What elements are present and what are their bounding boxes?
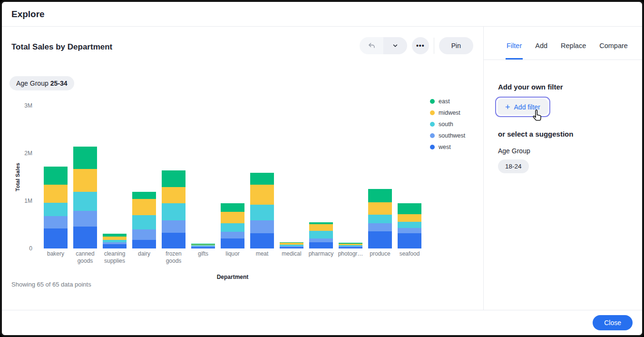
bar-segment-west[interactable]	[73, 227, 97, 248]
bar-pharmacy[interactable]	[309, 222, 333, 248]
bar-seafood[interactable]	[398, 203, 421, 248]
bar-segment-southwest[interactable]	[132, 229, 156, 240]
bar-segment-west[interactable]	[309, 242, 333, 248]
more-icon: •••	[416, 42, 425, 50]
legend-item-southwest[interactable]: southwest	[430, 131, 465, 139]
bar-photogr-[interactable]	[339, 243, 362, 248]
bar-gifts[interactable]	[191, 244, 215, 248]
bar-segment-south[interactable]	[368, 215, 392, 223]
bar-canned-goods[interactable]	[73, 147, 97, 248]
bar-segment-south[interactable]	[221, 223, 244, 232]
plot	[41, 106, 424, 248]
bar-segment-southwest[interactable]	[221, 232, 244, 238]
bar-liquor[interactable]	[221, 203, 244, 248]
bar-segment-south[interactable]	[73, 192, 97, 211]
page-title: Explore	[11, 9, 45, 20]
chart-card: Total Sales by Department •••	[2, 27, 483, 310]
bar-segment-west[interactable]	[280, 247, 303, 248]
bar-segment-east[interactable]	[368, 189, 392, 202]
bar-segment-west[interactable]	[103, 244, 127, 248]
legend-label: midwest	[439, 109, 460, 116]
bar-segment-southwest[interactable]	[44, 216, 68, 228]
legend-item-west[interactable]: west	[430, 143, 465, 151]
bar-segment-midwest[interactable]	[44, 185, 68, 203]
bar-segment-east[interactable]	[162, 170, 185, 187]
bar-segment-southwest[interactable]	[309, 238, 333, 242]
bar-segment-south[interactable]	[250, 205, 274, 220]
y-tick-1M: 1M	[24, 198, 32, 204]
x-label: photogr…	[336, 250, 365, 265]
more-options-button[interactable]: •••	[412, 37, 429, 54]
bar-segment-southwest[interactable]	[398, 228, 421, 233]
y-tick-2M: 2M	[24, 150, 32, 157]
bar-produce[interactable]	[368, 189, 392, 248]
bar-segment-east[interactable]	[221, 203, 244, 212]
legend-item-midwest[interactable]: midwest	[430, 109, 465, 117]
bar-segment-south[interactable]	[309, 231, 333, 238]
x-label: frozen goods	[159, 250, 188, 265]
bar-segment-west[interactable]	[132, 240, 156, 248]
bar-segment-south[interactable]	[132, 215, 156, 229]
bar-segment-south[interactable]	[398, 222, 421, 228]
x-label: bakery	[41, 250, 70, 265]
bar-segment-midwest[interactable]	[103, 237, 127, 240]
bar-segment-south[interactable]	[44, 203, 68, 216]
bar-segment-southwest[interactable]	[250, 220, 274, 233]
legend-item-south[interactable]: south	[430, 120, 465, 128]
legend-dot-east	[430, 99, 435, 104]
bar-segment-west[interactable]	[339, 247, 362, 248]
bar-segment-east[interactable]	[250, 173, 274, 185]
bar-segment-midwest[interactable]	[221, 212, 244, 223]
bar-segment-east[interactable]	[398, 203, 421, 214]
bar-segment-west[interactable]	[191, 247, 215, 248]
legend-item-east[interactable]: east	[430, 97, 465, 105]
bar-frozen-goods[interactable]	[162, 170, 185, 248]
bar-bakery[interactable]	[44, 167, 68, 248]
bar-segment-west[interactable]	[398, 233, 421, 248]
bar-dairy[interactable]	[132, 192, 156, 248]
legend-label: west	[439, 144, 451, 150]
bar-segment-west[interactable]	[44, 228, 68, 248]
bar-segment-east[interactable]	[132, 192, 156, 199]
tab-compare[interactable]: Compare	[598, 42, 629, 59]
bar-segment-southwest[interactable]	[368, 223, 392, 231]
bar-segment-midwest[interactable]	[73, 169, 97, 192]
undo-dropdown-button[interactable]	[383, 37, 407, 54]
bar-segment-midwest[interactable]	[250, 185, 274, 205]
y-axis-title: Total Sales	[15, 163, 20, 191]
x-label: seafood	[395, 250, 424, 265]
x-label: meat	[247, 250, 277, 265]
bar-segment-midwest[interactable]	[368, 202, 392, 215]
bar-segment-midwest[interactable]	[398, 214, 421, 222]
tab-add[interactable]: Add	[534, 42, 548, 59]
bar-segment-southwest[interactable]	[73, 211, 97, 227]
bar-segment-east[interactable]	[73, 147, 97, 169]
x-label: pharmacy	[306, 250, 336, 265]
bar-segment-west[interactable]	[221, 238, 244, 248]
undo-button[interactable]	[360, 37, 383, 54]
bar-segment-southwest[interactable]	[162, 220, 185, 233]
applied-filter-chip[interactable]: Age Group 25-34	[10, 76, 74, 90]
add-filter-button[interactable]: + Add filter	[498, 99, 548, 115]
bar-cleaning-supplies[interactable]	[103, 234, 127, 248]
legend-dot-south	[430, 122, 435, 127]
bar-segment-midwest[interactable]	[309, 224, 333, 231]
bar-segment-west[interactable]	[162, 233, 185, 248]
bar-segment-west[interactable]	[368, 231, 392, 248]
bar-segment-east[interactable]	[44, 167, 68, 185]
bar-segment-south[interactable]	[162, 203, 185, 220]
pin-button[interactable]: Pin	[439, 37, 473, 54]
bar-medical[interactable]	[280, 242, 303, 248]
bar-meat[interactable]	[250, 173, 274, 248]
bar-segment-west[interactable]	[250, 233, 274, 248]
suggestion-chip[interactable]: 18-24	[498, 159, 529, 173]
tab-replace[interactable]: Replace	[560, 42, 587, 59]
bar-segment-midwest[interactable]	[132, 199, 156, 215]
add-own-filter-heading: Add your own filter	[498, 83, 563, 91]
filter-side-panel: FilterAddReplaceCompare Add your own fil…	[483, 27, 642, 310]
x-labels: bakerycanned goodscleaning suppliesdairy…	[41, 250, 424, 265]
close-button[interactable]: Close	[593, 315, 633, 330]
tab-filter[interactable]: Filter	[506, 42, 523, 59]
legend-label: southwest	[439, 132, 465, 139]
bar-segment-midwest[interactable]	[162, 187, 185, 203]
